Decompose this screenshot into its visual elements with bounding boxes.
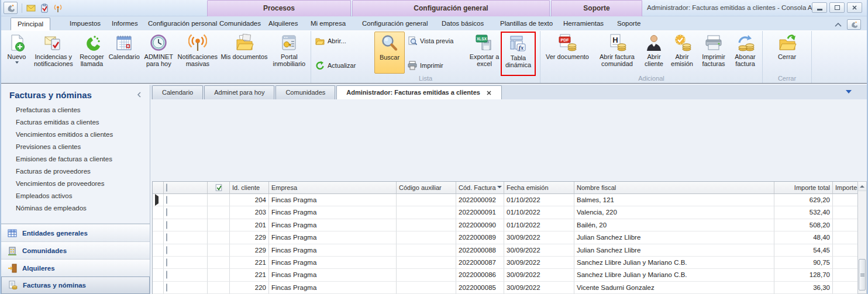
cell-cod-factura[interactable]: 2022000091 bbox=[456, 206, 504, 219]
tab-alquileres[interactable]: Alquileres bbox=[262, 18, 305, 30]
tab-herramientas[interactable]: Herramientas bbox=[557, 18, 610, 30]
cell-importe-total[interactable]: 54,45 bbox=[774, 244, 833, 257]
cell-fecha-emision[interactable]: 30/09/2022 bbox=[504, 231, 574, 244]
row-check-cell[interactable] bbox=[208, 269, 230, 281]
minimize-button[interactable] bbox=[812, 2, 827, 13]
ribbon-button-abrir-cliente[interactable]: Abrir cliente bbox=[641, 32, 667, 74]
ribbon-button-ver-documento[interactable]: Ver documento bbox=[542, 32, 593, 74]
sidebar-item-facturas-proveedores[interactable]: Facturas de proveedores bbox=[1, 165, 150, 178]
cell-cod-factura[interactable]: 2022000092 bbox=[456, 194, 504, 206]
row-check-cell[interactable] bbox=[208, 231, 230, 244]
row-select-cell[interactable] bbox=[164, 219, 208, 231]
ribbon-button-abrir[interactable]: Abrir... bbox=[312, 34, 374, 47]
ribbon-button-vista-previa[interactable]: Vista previa bbox=[405, 34, 468, 47]
cell-codigo-auxiliar[interactable] bbox=[397, 231, 456, 244]
collapse-sidebar-icon[interactable] bbox=[137, 92, 142, 98]
cell-id-cliente[interactable]: 229 bbox=[230, 244, 269, 257]
tab-principal[interactable]: Principal bbox=[11, 18, 50, 30]
cell-importe-total[interactable]: 48,40 bbox=[774, 231, 833, 244]
ribbon-button-actualizar[interactable]: Actualizar bbox=[312, 59, 374, 72]
sidebar-group-alquileres[interactable]: Alquileres bbox=[1, 259, 150, 276]
row-checkbox[interactable] bbox=[166, 246, 167, 254]
cell-nombre-fiscal[interactable]: Julian Sanchez Llibre bbox=[574, 231, 774, 244]
row-select-cell[interactable] bbox=[164, 206, 208, 219]
row-check-cell[interactable] bbox=[208, 244, 230, 257]
phone-panel-button[interactable] bbox=[847, 19, 861, 30]
row-checkbox[interactable] bbox=[166, 196, 167, 204]
cell-importe-total[interactable]: 532,40 bbox=[774, 206, 833, 219]
table-row[interactable]: 204 Fincas Pragma 2022000092 01/10/2022 … bbox=[153, 194, 859, 206]
sidebar-item-prefacturas[interactable]: Prefacturas a clientes bbox=[1, 104, 150, 116]
tab-comunidades[interactable]: Comunidades bbox=[213, 18, 267, 30]
cell-importe-total[interactable]: 36,30 bbox=[774, 282, 833, 294]
mail-icon[interactable] bbox=[26, 4, 36, 13]
table-row[interactable]: 220 Fincas Pragma 2022000085 30/09/2022 … bbox=[153, 282, 859, 294]
cell-codigo-auxiliar[interactable] bbox=[397, 219, 456, 231]
sidebar-group-entidades-generales[interactable]: Entidades generales bbox=[1, 224, 150, 241]
cell-codigo-auxiliar[interactable] bbox=[397, 244, 456, 257]
cell-cod-factura[interactable]: 2022000086 bbox=[456, 269, 504, 281]
scroll-up-button[interactable] bbox=[858, 182, 866, 191]
header-cod-factura[interactable]: Cód. Factura bbox=[456, 182, 504, 194]
tab-datos-basicos[interactable]: Datos básicos bbox=[435, 18, 490, 30]
vertical-scrollbar[interactable] bbox=[857, 181, 867, 294]
tab-soporte[interactable]: Soporte bbox=[611, 18, 647, 30]
table-row[interactable]: 221 Fincas Pragma 2022000086 30/09/2022 … bbox=[153, 269, 859, 281]
cell-nombre-fiscal[interactable]: Valencia, 220 bbox=[574, 206, 774, 219]
ribbon-button-buscar[interactable]: Buscar bbox=[374, 32, 405, 74]
row-check-cell[interactable] bbox=[208, 257, 230, 269]
doctab-facturas-emitidas-active[interactable]: Administrador: Facturas emitidas a clien… bbox=[336, 85, 502, 99]
cell-fecha-emision[interactable]: 30/09/2022 bbox=[504, 282, 574, 294]
row-select-cell[interactable] bbox=[164, 244, 208, 257]
cell-id-cliente[interactable]: 201 bbox=[230, 219, 269, 231]
sidebar-item-previsiones[interactable]: Previsiones a clientes bbox=[1, 141, 150, 153]
ribbon-button-cerrar[interactable]: Cerrar bbox=[772, 32, 802, 74]
row-select-cell[interactable] bbox=[164, 257, 208, 269]
tab-configuracion-personal[interactable]: Configuración personal bbox=[142, 18, 223, 30]
select-all-checkbox[interactable] bbox=[166, 184, 167, 192]
sidebar-item-empleados-activos[interactable]: Empleados activos bbox=[1, 190, 150, 202]
sidebar-item-facturas-emitidas[interactable]: Facturas emitidas a clientes bbox=[1, 116, 150, 129]
close-tab-icon[interactable] bbox=[486, 90, 492, 96]
cell-id-cliente[interactable]: 221 bbox=[230, 257, 269, 269]
cell-codigo-auxiliar[interactable] bbox=[397, 282, 456, 294]
cell-importe-pendiente[interactable] bbox=[833, 282, 860, 294]
cell-fecha-emision[interactable]: 30/09/2022 bbox=[504, 257, 574, 269]
cell-importe-pendiente[interactable] bbox=[833, 219, 860, 231]
tab-mi-empresa[interactable]: Mi empresa bbox=[304, 18, 352, 30]
cell-importe-total[interactable]: 508,20 bbox=[774, 219, 833, 231]
cell-cod-factura[interactable]: 2022000085 bbox=[456, 282, 504, 294]
cell-fecha-emision[interactable]: 01/10/2022 bbox=[504, 194, 574, 206]
row-checkbox[interactable] bbox=[166, 221, 167, 229]
ribbon-button-recoger-llamada[interactable]: Recoger llamada bbox=[77, 32, 107, 74]
ribbon-button-imprimir[interactable]: Imprimir bbox=[405, 59, 468, 72]
header-importe-pendiente[interactable]: Importe p bbox=[833, 182, 860, 194]
cell-empresa[interactable]: Fincas Pragma bbox=[269, 244, 397, 257]
table-row[interactable]: 221 Fincas Pragma 2022000087 30/09/2022 … bbox=[153, 257, 859, 269]
cell-cod-factura[interactable]: 2022000087 bbox=[456, 257, 504, 269]
ribbon-button-exportar-excel[interactable]: Exportar a excel bbox=[468, 32, 501, 74]
cell-empresa[interactable]: Fincas Pragma bbox=[269, 194, 397, 206]
row-select-cell[interactable] bbox=[164, 269, 208, 281]
ribbon-button-adminet-hoy[interactable]: ADMINET para hoy bbox=[142, 32, 175, 74]
cell-empresa[interactable]: Fincas Pragma bbox=[269, 282, 397, 294]
cell-empresa[interactable]: Fincas Pragma bbox=[269, 219, 397, 231]
row-checkbox[interactable] bbox=[166, 271, 167, 279]
cell-nombre-fiscal[interactable]: Julian Sanchez Llibre bbox=[574, 244, 774, 257]
tab-configuracion-general[interactable]: Configuración general bbox=[356, 18, 435, 30]
tasks-clipboard-icon[interactable] bbox=[40, 4, 49, 13]
cell-importe-total[interactable]: 629,20 bbox=[774, 194, 833, 206]
row-select-cell[interactable] bbox=[164, 194, 208, 206]
ribbon-button-incidencias[interactable]: Incidencias y notificaciones bbox=[30, 32, 77, 74]
cell-importe-pendiente[interactable] bbox=[833, 194, 860, 206]
ribbon-button-abrir-emision[interactable]: Abrir emisión bbox=[667, 32, 697, 74]
cell-importe-total[interactable]: 128,70 bbox=[774, 269, 833, 281]
tab-list-dropdown-icon[interactable] bbox=[846, 90, 852, 94]
row-select-cell[interactable] bbox=[164, 231, 208, 244]
filter-icon[interactable] bbox=[497, 186, 502, 188]
row-check-cell[interactable] bbox=[208, 206, 230, 219]
cell-empresa[interactable]: Fincas Pragma bbox=[269, 206, 397, 219]
cell-id-cliente[interactable]: 220 bbox=[230, 282, 269, 294]
sidebar-item-emisiones[interactable]: Emisiones de facturas a clientes bbox=[1, 153, 150, 165]
header-empresa[interactable]: Empresa bbox=[269, 182, 397, 194]
